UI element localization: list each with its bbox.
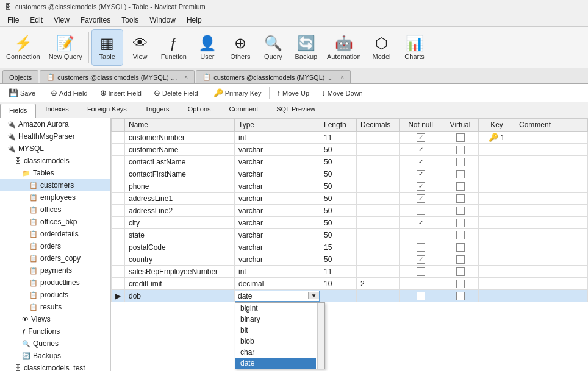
field-notnull-6[interactable] — [400, 205, 442, 217]
field-notnull-4[interactable] — [400, 180, 442, 193]
field-virtual-0[interactable] — [442, 132, 479, 144]
dropdown-option-4[interactable]: char — [235, 347, 316, 358]
field-virtual-12[interactable] — [442, 278, 479, 290]
tab-close-tab2[interactable]: × — [340, 74, 344, 80]
tab-tab2[interactable]: 📋 customers @classicmodels (MYSQL) - T..… — [196, 70, 351, 83]
virtual-checkbox-8[interactable] — [456, 231, 465, 239]
tab-tab1[interactable]: 📋 customers @classicmodels (MYSQL) - T..… — [40, 70, 195, 83]
notnull-checkbox-9[interactable] — [417, 243, 425, 252]
field-notnull-11[interactable] — [400, 266, 442, 278]
field-virtual-1[interactable] — [442, 144, 479, 156]
sidebar-item-offices[interactable]: 📋offices — [0, 203, 110, 216]
table-row[interactable]: contactFirstNamevarchar50 — [112, 168, 588, 180]
field-notnull-5[interactable] — [400, 193, 442, 205]
dropdown-option-1[interactable]: binary — [235, 314, 316, 325]
field-notnull-3[interactable] — [400, 168, 442, 180]
toolbar-charts[interactable]: 📊Charts — [399, 29, 431, 66]
field-notnull-13[interactable] — [400, 290, 442, 302]
action-btn-move-up[interactable]: ↑Move Up — [272, 87, 315, 99]
notnull-checkbox-5[interactable] — [417, 194, 425, 203]
tab-close-tab1[interactable]: × — [184, 74, 188, 80]
table-row[interactable]: phonevarchar50 — [112, 180, 588, 193]
field-virtual-9[interactable] — [442, 241, 479, 253]
field-virtual-6[interactable] — [442, 205, 479, 217]
virtual-checkbox-3[interactable] — [456, 170, 465, 178]
table-row[interactable]: postalCodevarchar15 — [112, 241, 588, 253]
notnull-checkbox-10[interactable] — [417, 255, 425, 264]
field-notnull-12[interactable] — [400, 278, 442, 290]
action-btn-add-field[interactable]: ⊕Add Field — [46, 87, 92, 99]
sidebar-item-orders_copy[interactable]: 📋orders_copy — [0, 252, 110, 264]
dropdown-scrollbar[interactable] — [317, 303, 324, 369]
field-tab-foreign-keys[interactable]: Foreign Keys — [78, 102, 136, 118]
field-notnull-0[interactable] — [400, 132, 442, 144]
type-dropdown-list-13[interactable]: bigintbinarybitblobchardate — [235, 302, 325, 369]
fields-table-scroll[interactable]: NameTypeLengthDecimalsNot nullVirtualKey… — [111, 118, 588, 371]
virtual-checkbox-1[interactable] — [456, 146, 465, 154]
sidebar-item-classicmodels_test[interactable]: 🗄classicmodels_test — [0, 362, 110, 371]
field-virtual-11[interactable] — [442, 266, 479, 278]
notnull-checkbox-2[interactable] — [417, 158, 425, 166]
table-row[interactable]: addressLine2varchar50 — [112, 205, 588, 217]
notnull-checkbox-12[interactable] — [417, 280, 425, 288]
virtual-checkbox-4[interactable] — [456, 182, 465, 191]
action-btn-save[interactable]: 💾Save — [4, 87, 40, 99]
action-btn-move-down[interactable]: ↓Move Down — [317, 87, 368, 99]
notnull-checkbox-1[interactable] — [417, 146, 425, 154]
toolbar-table[interactable]: ▦Table — [91, 29, 123, 66]
dropdown-option-5[interactable]: date — [235, 358, 316, 369]
menu-item-tools[interactable]: Tools — [117, 15, 143, 26]
type-dropdown-13[interactable]: date▼ — [235, 291, 320, 302]
toolbar-query[interactable]: 🔍Query — [257, 29, 289, 66]
virtual-checkbox-9[interactable] — [456, 243, 465, 252]
sidebar-item-backups[interactable]: 🔄Backups — [0, 350, 110, 362]
field-tab-comment[interactable]: Comment — [220, 102, 268, 118]
sidebar-item-employees[interactable]: 📋employees — [0, 191, 110, 203]
sidebar-item-productlines[interactable]: 📋productlines — [0, 277, 110, 289]
notnull-checkbox-8[interactable] — [417, 231, 425, 239]
dropdown-option-0[interactable]: bigint — [235, 303, 316, 314]
field-virtual-8[interactable] — [442, 229, 479, 241]
toolbar-view[interactable]: 👁View — [124, 29, 156, 66]
table-row[interactable]: salesRepEmployeeNumberint11 — [112, 266, 588, 278]
notnull-checkbox-11[interactable] — [417, 267, 425, 276]
toolbar-new-query[interactable]: 📝New Query — [45, 29, 86, 66]
menu-item-window[interactable]: Window — [145, 15, 181, 26]
virtual-checkbox-13[interactable] — [456, 292, 465, 300]
field-notnull-8[interactable] — [400, 229, 442, 241]
field-virtual-7[interactable] — [442, 217, 479, 229]
notnull-checkbox-4[interactable] — [417, 182, 425, 191]
sidebar-item-amazon-aurora[interactable]: 🔌Amazon Aurora — [0, 118, 110, 130]
field-type-13[interactable]: date▼bigintbinarybitblobchardate — [235, 290, 320, 302]
sidebar-item-orderdetails[interactable]: 📋orderdetails — [0, 228, 110, 240]
virtual-checkbox-6[interactable] — [456, 207, 465, 215]
field-notnull-1[interactable] — [400, 144, 442, 156]
toolbar-backup[interactable]: 🔄Backup — [290, 29, 322, 66]
table-row[interactable]: statevarchar50 — [112, 229, 588, 241]
dropdown-arrow-13[interactable]: ▼ — [308, 292, 319, 299]
menu-item-favorites[interactable]: Favorites — [76, 15, 115, 26]
field-notnull-2[interactable] — [400, 156, 442, 168]
notnull-checkbox-7[interactable] — [417, 219, 425, 227]
sidebar-item-mysql[interactable]: 🔌MYSQL — [0, 143, 110, 155]
table-row[interactable]: countryvarchar50 — [112, 253, 588, 266]
notnull-checkbox-13[interactable] — [417, 292, 425, 300]
table-row[interactable]: addressLine1varchar50 — [112, 193, 588, 205]
virtual-checkbox-0[interactable] — [456, 133, 465, 142]
virtual-checkbox-5[interactable] — [456, 194, 465, 203]
action-btn-insert-field[interactable]: ⊕Insert Field — [95, 87, 146, 99]
toolbar-connection[interactable]: ⚡Connection — [2, 29, 44, 66]
field-virtual-5[interactable] — [442, 193, 479, 205]
sidebar-item-orders[interactable]: 📋orders — [0, 240, 110, 252]
field-notnull-9[interactable] — [400, 241, 442, 253]
notnull-checkbox-3[interactable] — [417, 170, 425, 178]
menu-item-file[interactable]: File — [2, 15, 24, 26]
dropdown-option-2[interactable]: bit — [235, 325, 316, 336]
field-virtual-2[interactable] — [442, 156, 479, 168]
sidebar-item-functions[interactable]: ƒFunctions — [0, 325, 110, 337]
table-row[interactable]: cityvarchar50 — [112, 217, 588, 229]
dropdown-option-3[interactable]: blob — [235, 336, 316, 347]
toolbar-others[interactable]: ⊕Others — [224, 29, 256, 66]
field-virtual-10[interactable] — [442, 253, 479, 266]
field-virtual-13[interactable] — [442, 290, 479, 302]
